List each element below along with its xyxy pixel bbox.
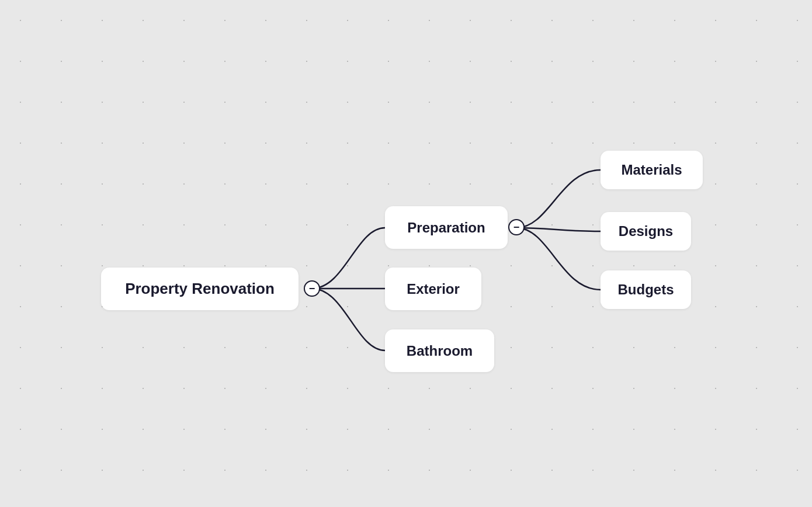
designs-label: Designs [603,214,688,249]
preparation-collapse-button[interactable] [508,219,525,235]
bathroom-node[interactable]: Bathroom [385,329,494,372]
root-node[interactable]: Property Renovation [101,268,299,310]
preparation-node[interactable]: Preparation [385,206,508,249]
exterior-label: Exterior [391,272,475,307]
designs-node[interactable]: Designs [601,212,691,251]
preparation-label: Preparation [392,210,500,245]
root-collapse-button[interactable] [304,280,320,297]
connections-svg [0,0,812,507]
root-label: Property Renovation [109,269,291,308]
budgets-label: Budgets [603,272,689,307]
exterior-node[interactable]: Exterior [385,268,481,310]
budgets-node[interactable]: Budgets [601,270,691,309]
bathroom-label: Bathroom [391,334,488,369]
materials-node[interactable]: Materials [601,151,703,189]
materials-label: Materials [606,152,697,187]
mindmap-canvas: Property Renovation Preparation Exterior… [0,0,812,507]
